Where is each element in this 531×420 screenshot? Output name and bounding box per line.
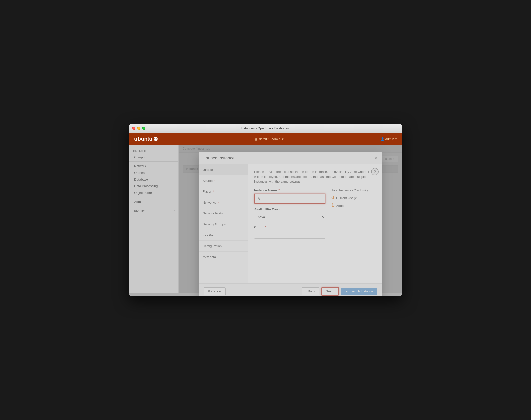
form-layout: Instance Name *	[254, 188, 376, 243]
required-star: *	[214, 179, 216, 183]
titlebar: Instances - OpenStack Dashboard	[129, 124, 402, 133]
wizard-step-label: Networks	[203, 201, 216, 204]
sidebar-item-admin[interactable]: Admin ›	[129, 198, 178, 205]
wizard-step-label: Configuration	[203, 244, 222, 248]
close-button[interactable]	[132, 127, 135, 130]
wizard-step-networks[interactable]: Networks *	[199, 197, 248, 208]
added-value: 1	[331, 202, 334, 208]
app-background: ubuntu© ▦ default • admin ▾ 👤 admin ▾ Pr…	[129, 133, 402, 296]
wizard-step-configuration[interactable]: Configuration	[199, 241, 248, 252]
minimize-button[interactable]	[137, 127, 140, 130]
availability-zone-label: Availability Zone	[254, 208, 325, 211]
current-usage-stat: 0 Current Usage	[331, 195, 376, 200]
traffic-lights	[132, 127, 145, 130]
current-usage-value: 0	[331, 195, 334, 200]
wizard-step-label: Key Pair	[203, 233, 215, 237]
sidebar-item-label: Object Store	[134, 191, 152, 195]
mac-window: Instances - OpenStack Dashboard ubuntu© …	[129, 124, 402, 296]
back-button[interactable]: ‹ Back	[302, 287, 319, 295]
chevron-icon: ›	[174, 209, 175, 212]
project-selector[interactable]: ▦ default • admin ▾	[254, 137, 283, 141]
form-left: Instance Name *	[254, 188, 325, 243]
current-usage-label: Current Usage	[336, 196, 357, 200]
required-star: *	[213, 190, 214, 193]
sidebar-item-label: Orchestr…	[134, 171, 150, 175]
sidebar: Project Compute › Network Orchestr… Data…	[129, 145, 179, 293]
wizard-step-flavor[interactable]: Flavor *	[199, 186, 248, 197]
footer-right: ‹ Back Next › ☁ Launch Instance	[302, 287, 377, 296]
sidebar-item-label: Database	[134, 178, 148, 181]
wizard-step-label: Source	[203, 179, 213, 183]
sidebar-item-label: Admin	[134, 200, 143, 204]
sidebar-item-compute[interactable]: Compute ›	[129, 154, 178, 160]
wizard-step-key-pair[interactable]: Key Pair	[199, 230, 248, 241]
sidebar-item-label: Identity	[134, 209, 145, 212]
user-menu[interactable]: 👤 admin ▾	[381, 137, 397, 141]
chevron-icon: ›	[174, 200, 175, 203]
stats-title: Total Instances (No Limit)	[331, 188, 376, 192]
instance-name-wrapper	[254, 194, 325, 204]
project-icon: ▦	[254, 137, 257, 141]
modal-header: Launch Instance ×	[199, 152, 382, 164]
modal-footer: ✕ Cancel ‹ Back Next › ☁ Launch Instance	[199, 283, 382, 296]
user-chevron: ▾	[395, 137, 397, 141]
availability-zone-select[interactable]: nova	[254, 213, 325, 221]
project-chevron: ▾	[282, 137, 284, 141]
content-area: Project Compute › Network Orchestr… Data…	[129, 145, 402, 293]
wizard-step-label: Network Ports	[203, 211, 223, 215]
help-button[interactable]: ?	[371, 168, 379, 175]
wizard-step-network-ports[interactable]: Network Ports	[199, 208, 248, 219]
window-title: Instances - OpenStack Dashboard	[241, 126, 290, 130]
wizard-step-label: Details	[203, 168, 213, 172]
wizard-description: Please provide the initial hostname for …	[254, 169, 373, 184]
instance-name-label: Instance Name *	[254, 188, 325, 192]
added-label: Added	[336, 204, 346, 208]
sidebar-item-network[interactable]: Network	[129, 163, 178, 169]
wizard-step-metadata[interactable]: Metadata	[199, 252, 248, 262]
chevron-icon: ›	[174, 191, 175, 194]
wizard-step-label: Flavor	[203, 190, 211, 193]
added-stat: 1 Added	[331, 202, 376, 208]
sidebar-item-database[interactable]: Database	[129, 176, 178, 183]
wizard-content: ? Please provide the initial hostname fo…	[248, 164, 382, 283]
project-label: default • admin	[259, 137, 280, 141]
modal-overlay: Launch Instance × Details Sou	[179, 145, 402, 293]
availability-zone-group: Availability Zone nova	[254, 208, 325, 221]
sidebar-item-orchestration[interactable]: Orchestr…	[129, 169, 178, 176]
sidebar-item-identity[interactable]: Identity ›	[129, 207, 178, 214]
stats-panel: Total Instances (No Limit) 0 Current Usa…	[331, 188, 376, 243]
sidebar-item-label: Network	[134, 164, 146, 168]
count-label: Count *	[254, 225, 325, 229]
modal-close-button[interactable]: ×	[374, 156, 377, 160]
count-input[interactable]	[254, 231, 325, 239]
required-star: *	[218, 201, 219, 204]
sidebar-item-object-store[interactable]: Object Store ›	[129, 189, 178, 196]
sidebar-item-label: Compute	[134, 155, 147, 159]
app-logo: ubuntu©	[134, 136, 158, 142]
required-star: *	[265, 225, 266, 229]
wizard-step-security-groups[interactable]: Security Groups	[199, 219, 248, 230]
maximize-button[interactable]	[142, 127, 145, 130]
next-button[interactable]: Next ›	[322, 288, 338, 295]
wizard-step-details[interactable]: Details	[199, 164, 248, 175]
launch-instance-label: Launch Instance	[350, 289, 373, 293]
sidebar-item-data-processing[interactable]: Data Processing	[129, 183, 178, 189]
sidebar-item-label: Data Processing	[134, 184, 158, 188]
instance-name-group: Instance Name *	[254, 188, 325, 204]
sidebar-section-project: Project	[129, 147, 178, 154]
main-area: Compute / Instances + Launch Instance In…	[179, 145, 402, 293]
logo-text: ubuntu	[134, 136, 153, 142]
count-group: Count *	[254, 225, 325, 239]
user-label: admin	[385, 137, 394, 141]
launch-instance-button[interactable]: ☁ Launch Instance	[341, 288, 377, 295]
cancel-button[interactable]: ✕ Cancel	[204, 287, 226, 295]
wizard-step-label: Security Groups	[203, 222, 226, 226]
user-icon: 👤	[381, 137, 384, 141]
logo-superscript: ©	[154, 137, 158, 141]
instance-name-input[interactable]	[255, 195, 324, 203]
wizard-step-source[interactable]: Source *	[199, 175, 248, 186]
header-bar: ubuntu© ▦ default • admin ▾ 👤 admin ▾	[129, 133, 402, 145]
modal-title: Launch Instance	[204, 156, 235, 161]
wizard-step-label: Metadata	[203, 255, 216, 259]
modal-body: Details Source * Flavor *	[199, 164, 382, 283]
